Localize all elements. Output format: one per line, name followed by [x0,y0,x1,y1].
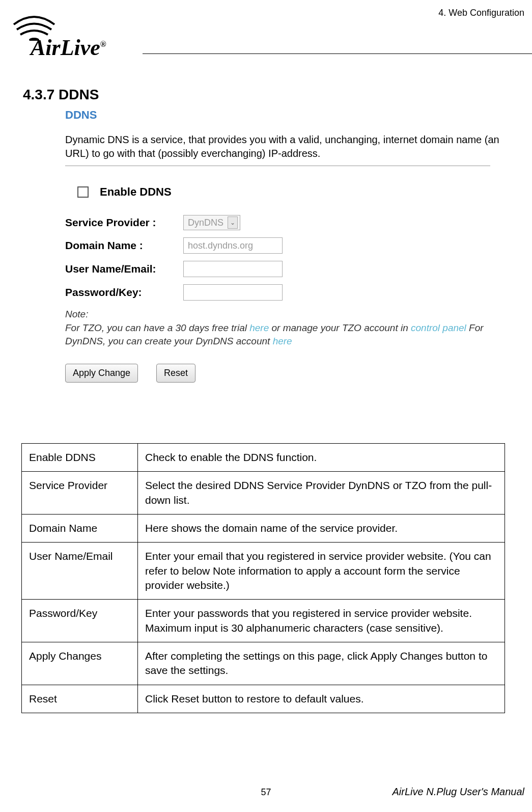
table-cell-field: Reset [22,685,138,713]
enable-ddns-label: Enable DDNS [100,185,172,199]
password-row: Password/Key: [65,284,503,301]
table-cell-field: Apply Changes [22,642,138,685]
service-provider-label: Service Provider : [65,216,183,229]
reset-button[interactable]: Reset [156,364,195,383]
panel-title: DDNS [65,109,503,122]
table-row: User Name/Email Enter your email that yo… [22,543,505,600]
service-provider-select[interactable]: DynDNS ⌄ [183,215,240,230]
table-cell-field: Domain Name [22,515,138,543]
table-row: Reset Click Reset button to restore to d… [22,685,505,713]
domain-name-label: Domain Name : [65,239,183,252]
button-row: Apply Change Reset [65,364,503,383]
table-row: Service Provider Select the desired DDNS… [22,472,505,515]
table-row: Apply Changes After completing the setti… [22,642,505,685]
logo: AirLive® [13,15,56,43]
note-text-1b: or manage your TZO account in [269,322,411,333]
header-chapter: 4. Web Configuration [438,8,524,18]
logo-text: AirLive® [31,35,106,61]
field-description-table: Enable DDNS Check to enable the DDNS fun… [21,443,505,713]
chevron-down-icon: ⌄ [228,216,238,229]
username-input[interactable] [183,261,283,277]
tzo-control-panel-link[interactable]: control panel [411,322,466,333]
username-row: User Name/Email: [65,261,503,277]
service-provider-row: Service Provider : DynDNS ⌄ [65,215,503,230]
table-cell-desc: After completing the settings on this pa… [138,642,505,685]
table-cell-field: User Name/Email [22,543,138,600]
domain-name-row: Domain Name : host.dyndns.org [65,237,503,254]
password-label: Password/Key: [65,286,183,299]
domain-name-input[interactable]: host.dyndns.org [183,237,283,254]
table-row: Domain Name Here shows the domain name o… [22,515,505,543]
table-cell-desc: Select the desired DDNS Service Provider… [138,472,505,515]
manual-title: AirLive N.Plug User's Manual [393,786,524,798]
table-cell-field: Password/Key [22,600,138,642]
panel-divider [65,166,490,166]
page-number: 57 [261,787,271,798]
table-cell-desc: Enter your email that you registered in … [138,543,505,600]
tzo-trial-link[interactable]: here [249,322,269,333]
password-input[interactable] [183,284,283,301]
apply-change-button[interactable]: Apply Change [65,364,138,383]
enable-ddns-row: Enable DDNS [77,185,503,199]
note-section: Note: For TZO, you can have a 30 days fr… [65,308,488,348]
dyndns-link[interactable]: here [273,336,292,346]
header-divider [143,53,532,54]
enable-ddns-checkbox[interactable] [77,186,89,198]
table-cell-desc: Check to enable the DDNS function. [138,444,505,472]
username-label: User Name/Email: [65,263,183,275]
panel-description: Dynamic DNS is a service, that provides … [65,133,503,160]
table-cell-desc: Click Reset button to restore to default… [138,685,505,713]
table-cell-field: Enable DDNS [22,444,138,472]
note-prefix: Note: [65,309,88,319]
note-text-1a: For TZO, you can have a 30 days free tri… [65,322,249,333]
section-heading: 4.3.7 DDNS [23,87,99,103]
table-cell-field: Service Provider [22,472,138,515]
table-cell-desc: Enter your passwords that you registered… [138,600,505,642]
service-provider-value: DynDNS [188,218,223,228]
table-row: Password/Key Enter your passwords that y… [22,600,505,642]
ddns-config-panel: DDNS Dynamic DNS is a service, that prov… [65,109,503,383]
table-cell-desc: Here shows the domain name of the servic… [138,515,505,543]
table-row: Enable DDNS Check to enable the DDNS fun… [22,444,505,472]
